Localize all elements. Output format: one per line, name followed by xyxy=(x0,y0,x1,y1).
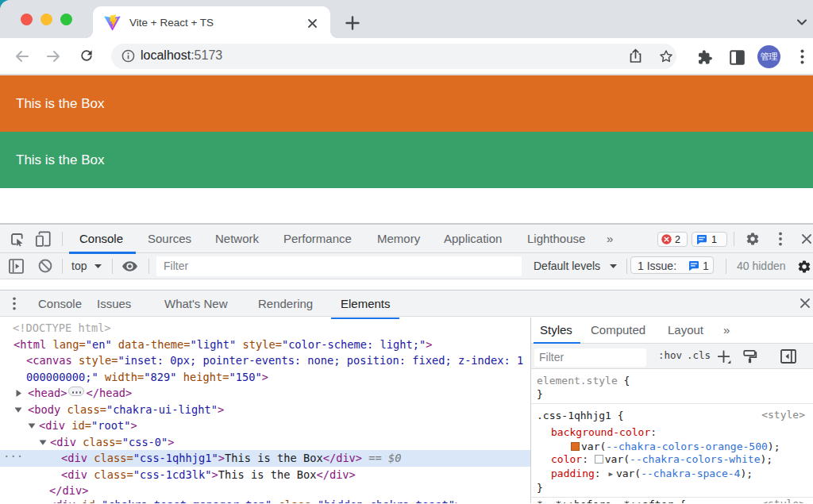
styles-filter-input[interactable]: Filter xyxy=(534,348,646,367)
forward-button[interactable] xyxy=(46,49,61,63)
tree-expanded-arrow-icon[interactable] xyxy=(28,422,36,429)
expand-value-arrow-icon[interactable]: ▶ xyxy=(608,467,612,482)
drawer-tab-whats-new[interactable]: What's New xyxy=(164,290,228,317)
computed-sidebar-toggle-icon[interactable] xyxy=(780,349,796,364)
computed-tab[interactable]: Computed xyxy=(591,317,645,343)
drawer-close-icon[interactable] xyxy=(800,298,811,309)
style-rule-line[interactable]: *, *::before, *::after { xyxy=(537,498,686,504)
style-rule-line[interactable]: color: var(--chakra-colors-white); xyxy=(551,452,773,467)
devtools-tab-console[interactable]: Console xyxy=(79,225,123,252)
devtools-tab-lighthouse[interactable]: Lighthouse xyxy=(527,225,585,252)
default-levels-dropdown[interactable]: Default levels xyxy=(534,260,600,272)
console-sidebar-toggle-icon[interactable] xyxy=(9,259,24,274)
tree-collapsed-arrow-icon[interactable] xyxy=(14,390,22,397)
profile-avatar[interactable]: 管理 xyxy=(757,45,780,68)
pseudo-state-toggle[interactable]: :hov xyxy=(658,349,682,361)
style-rule-line[interactable]: background-color: xyxy=(551,425,657,440)
color-swatch[interactable] xyxy=(571,442,580,451)
styles-tab[interactable]: Styles xyxy=(540,317,572,343)
devtools-close-icon[interactable] xyxy=(801,233,812,244)
style-rule-line[interactable]: var(--chakra-colors-orange-500); xyxy=(571,440,780,454)
collapsed-content-ellipsis-button[interactable] xyxy=(68,387,84,396)
dom-tree-line[interactable]: <html lang="en" data-theme="light" style… xyxy=(13,337,432,353)
console-filter-input[interactable]: Filter xyxy=(156,256,522,276)
style-source-link[interactable]: <style> xyxy=(761,498,805,504)
dom-tree-line[interactable]: 000000000;" width="829" height="150"> xyxy=(26,369,268,386)
site-info-icon[interactable] xyxy=(121,49,135,63)
element-class-toggle[interactable]: .cls xyxy=(687,349,711,361)
message-badge[interactable]: 1 xyxy=(692,232,727,247)
dom-tree-line[interactable]: <head></head> xyxy=(28,385,132,402)
new-tab-button[interactable] xyxy=(345,16,360,30)
macos-minimize-button[interactable] xyxy=(40,13,52,25)
color-swatch[interactable] xyxy=(595,455,603,464)
dom-tree[interactable]: <!DOCTYPE html><html lang="en" data-them… xyxy=(0,317,530,503)
layout-tab[interactable]: Layout xyxy=(668,317,703,343)
devtools-tab-sources[interactable]: Sources xyxy=(148,225,191,252)
omnibox[interactable]: localhost:5173 xyxy=(111,44,676,69)
dom-tree-line[interactable]: <div class="css-1qhhjg1">This is the Box… xyxy=(61,450,402,467)
browser-tab[interactable]: Vite + React + TS xyxy=(93,6,330,38)
url-text[interactable]: localhost:5173 xyxy=(141,48,222,63)
rendering-emulation-icon[interactable] xyxy=(742,349,757,364)
style-rule-line[interactable]: } xyxy=(537,481,543,495)
drawer-tab-elements[interactable]: Elements xyxy=(341,290,391,317)
context-dropdown-arrow[interactable] xyxy=(94,264,102,268)
dom-tree-line[interactable]: <div class="css-1cd3lk">This is the Box<… xyxy=(61,467,356,483)
url-port: :5173 xyxy=(191,48,222,62)
style-source-link[interactable]: <style> xyxy=(761,409,805,421)
live-expression-eye-icon[interactable] xyxy=(121,260,138,273)
devtools-settings-gear-icon[interactable] xyxy=(746,232,760,246)
styles-toolbar: Filter :hov .cls xyxy=(531,344,813,369)
dom-tree-line[interactable]: <div id="chakra-toast-manager-top" class… xyxy=(49,497,461,503)
tree-expanded-arrow-icon[interactable] xyxy=(39,439,47,446)
tab-close-icon[interactable] xyxy=(307,18,318,29)
styles-more-tabs-chevron[interactable]: » xyxy=(723,317,730,343)
dom-tree-line[interactable]: <canvas style="inset: 0px; pointer-event… xyxy=(26,352,523,369)
styles-filter-placeholder: Filter xyxy=(539,351,564,364)
style-rule-line[interactable]: element.style { xyxy=(537,374,630,388)
drawer-tab-console[interactable]: Console xyxy=(38,290,82,317)
context-selector[interactable]: top xyxy=(71,260,87,272)
dom-tree-line[interactable]: <!DOCTYPE html> xyxy=(13,320,111,337)
browser-menu-kebab-icon[interactable] xyxy=(800,49,804,64)
tab-search-chevron-icon[interactable] xyxy=(796,18,807,27)
drawer-tab-issues[interactable]: Issues xyxy=(97,290,131,317)
tab-strip: Vite + React + TS xyxy=(0,0,813,38)
levels-dropdown-arrow[interactable] xyxy=(610,264,617,268)
dom-tree-line[interactable]: <div id="root"> xyxy=(39,417,137,434)
devtools-tab-memory[interactable]: Memory xyxy=(377,225,420,252)
new-style-rule-icon[interactable] xyxy=(717,350,731,364)
toolbar-separator xyxy=(734,232,734,246)
devtools-tab-network[interactable]: Network xyxy=(215,225,259,252)
devtools-more-tabs-chevron[interactable]: » xyxy=(607,225,613,252)
style-rule-line[interactable]: .css-1qhhjg1 { xyxy=(537,409,624,423)
styles-rules[interactable]: element.style {}.css-1qhhjg1 {<style>bac… xyxy=(531,369,813,503)
bookmark-star-icon[interactable] xyxy=(658,48,674,64)
dom-tree-line[interactable]: <body class="chakra-ui-light"> xyxy=(28,402,224,418)
console-settings-gear-icon[interactable] xyxy=(797,260,811,274)
extensions-puzzle-icon[interactable] xyxy=(696,49,713,66)
devtools-menu-kebab-icon[interactable] xyxy=(779,232,782,246)
devtools-tab-application[interactable]: Application xyxy=(444,225,502,252)
dom-tree-line[interactable]: <div class="css-0"> xyxy=(50,434,175,451)
error-badge[interactable]: 2 xyxy=(657,232,688,247)
console-tab-underline xyxy=(69,252,136,254)
dom-row-more-actions-dots[interactable]: ··· xyxy=(3,450,23,463)
style-rule-line[interactable]: } xyxy=(537,387,543,402)
back-button[interactable] xyxy=(14,49,29,63)
tree-expanded-arrow-icon[interactable] xyxy=(14,406,22,414)
clear-console-icon[interactable] xyxy=(38,259,52,273)
macos-zoom-button[interactable] xyxy=(60,13,72,25)
issues-counter[interactable]: 1 Issue: 1 xyxy=(630,256,714,274)
reload-button[interactable] xyxy=(79,48,94,63)
devtools-tab-performance[interactable]: Performance xyxy=(283,225,352,252)
style-rule-line[interactable]: padding: ▶var(--chakra-space-4); xyxy=(551,467,753,481)
side-panel-icon[interactable] xyxy=(730,50,745,65)
share-icon[interactable] xyxy=(629,48,642,63)
macos-close-button[interactable] xyxy=(21,13,33,25)
drawer-menu-kebab-icon[interactable] xyxy=(13,297,16,310)
drawer-tab-rendering[interactable]: Rendering xyxy=(258,290,313,317)
device-toolbar-icon[interactable] xyxy=(35,231,52,248)
inspect-element-icon[interactable] xyxy=(10,233,25,247)
